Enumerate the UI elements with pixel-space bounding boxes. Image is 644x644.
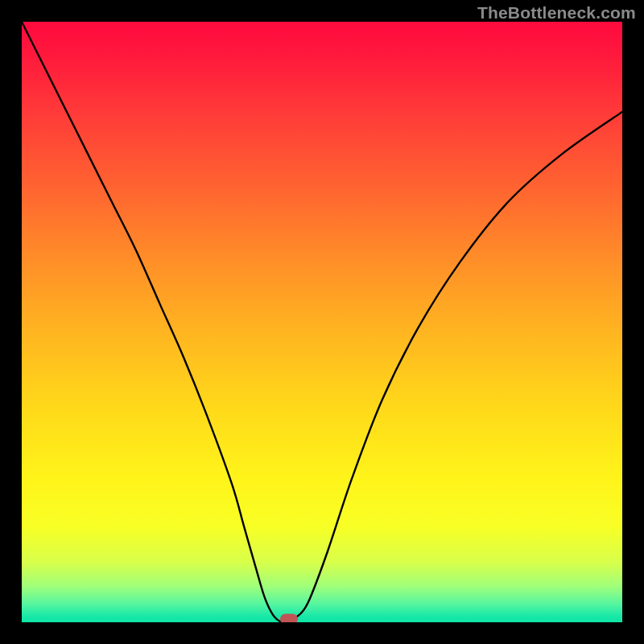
optimum-marker	[280, 614, 298, 622]
chart-frame: TheBottleneck.com	[0, 0, 644, 644]
plot-area	[22, 22, 622, 622]
watermark-text: TheBottleneck.com	[477, 3, 636, 23]
bottleneck-curve	[22, 22, 622, 622]
